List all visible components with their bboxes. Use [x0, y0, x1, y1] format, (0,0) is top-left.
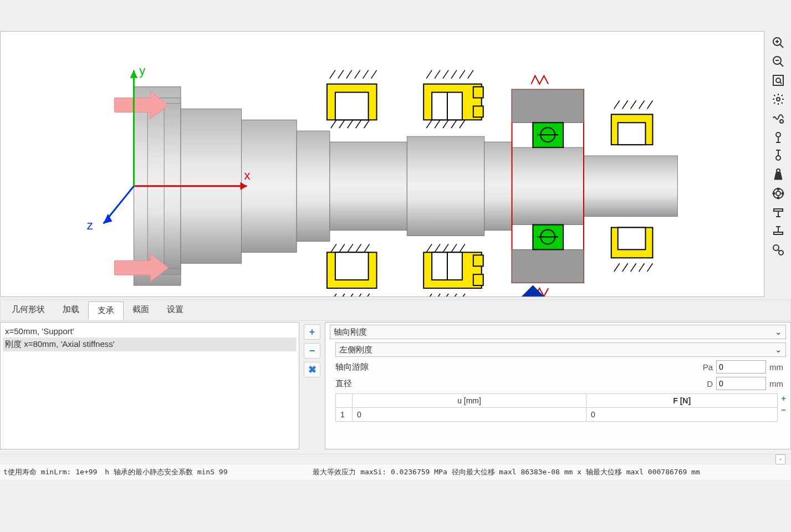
- svg-point-120: [777, 169, 780, 172]
- add-button[interactable]: +: [304, 324, 320, 340]
- svg-line-89: [647, 263, 653, 272]
- field-label: 直径: [335, 378, 693, 389]
- stiffness-type-combo[interactable]: 轴向刚度 ⌄: [330, 325, 786, 339]
- status-bar: t使用寿命 minLrm: 1e+99 h 轴承的最小静态安全系数 minS 9…: [0, 465, 791, 479]
- wave-icon[interactable]: [769, 111, 788, 125]
- svg-line-87: [631, 263, 636, 272]
- field-symbol: D: [696, 379, 713, 388]
- svg-line-43: [371, 70, 377, 79]
- delete-button[interactable]: ✖: [304, 362, 320, 377]
- list-item[interactable]: x=50mm, 'Support': [3, 325, 297, 337]
- run-icon[interactable]: [769, 243, 788, 257]
- svg-rect-37: [618, 228, 646, 250]
- support-top-icon[interactable]: [769, 205, 788, 219]
- svg-line-85: [614, 263, 620, 272]
- svg-line-78: [451, 294, 457, 296]
- svg-line-59: [426, 70, 432, 79]
- svg-line-60: [435, 70, 440, 79]
- tab-settings[interactable]: 设置: [158, 301, 192, 319]
- svg-line-52: [356, 244, 361, 252]
- field-unit: mm: [769, 362, 786, 372]
- gear-icon[interactable]: [769, 92, 788, 106]
- svg-line-64: [468, 70, 473, 79]
- stiffness-table-area: u [mm] F [N] 1 0 0 + −: [335, 393, 786, 422]
- svg-rect-14: [335, 252, 369, 280]
- properties-panel: 轴向刚度 ⌄ 左侧刚度 ⌄ 轴向游隙 Pa mm 直径 D mm u [mm] …: [325, 322, 791, 449]
- svg-rect-24: [473, 274, 483, 285]
- svg-rect-130: [774, 232, 783, 234]
- scale-top-icon[interactable]: [769, 130, 788, 144]
- svg-line-55: [339, 294, 345, 296]
- svg-rect-23: [473, 255, 483, 266]
- list-item[interactable]: 刚度 x=80mm, 'Axial stiffness': [3, 337, 297, 351]
- table-row[interactable]: 1 0 0: [336, 408, 778, 422]
- svg-line-66: [435, 120, 440, 128]
- zoom-fit-icon[interactable]: [769, 73, 788, 88]
- scale-bottom-icon[interactable]: [769, 149, 788, 163]
- combo-label: 轴向刚度: [334, 327, 367, 337]
- zoom-in-icon[interactable]: [769, 35, 788, 50]
- collapse-toggle[interactable]: ▫: [775, 454, 785, 464]
- status-text: t使用寿命 minLrm: 1e+99: [3, 468, 97, 476]
- shaft-viewport[interactable]: x y z: [0, 31, 764, 297]
- remove-row-button[interactable]: −: [781, 405, 786, 415]
- svg-rect-4: [242, 120, 297, 252]
- svg-line-56: [348, 294, 353, 296]
- svg-rect-12: [335, 93, 369, 120]
- svg-line-40: [346, 70, 352, 79]
- remove-button[interactable]: −: [304, 343, 320, 359]
- svg-line-65: [426, 120, 432, 128]
- svg-text:x: x: [244, 168, 251, 182]
- bottom-tabs: 几何形状 加载 支承 截面 设置: [0, 299, 791, 321]
- diameter-input[interactable]: [716, 377, 766, 390]
- list-controls: + − ✖: [303, 322, 321, 449]
- svg-rect-21: [473, 87, 483, 98]
- svg-rect-9: [512, 147, 584, 224]
- col-f: F [N]: [586, 394, 778, 408]
- col-u: u [mm]: [353, 394, 586, 408]
- svg-line-88: [639, 263, 645, 272]
- svg-line-63: [460, 70, 465, 79]
- tab-section[interactable]: 截面: [124, 301, 158, 319]
- svg-point-123: [778, 188, 779, 190]
- svg-point-134: [779, 250, 783, 255]
- add-row-button[interactable]: +: [781, 393, 786, 403]
- tab-geometry[interactable]: 几何形状: [3, 301, 54, 319]
- svg-line-82: [631, 100, 636, 109]
- svg-line-45: [339, 120, 345, 128]
- svg-line-67: [443, 120, 448, 128]
- svg-line-57: [356, 294, 361, 296]
- svg-point-126: [782, 193, 784, 195]
- svg-rect-5: [297, 131, 330, 241]
- svg-rect-35: [618, 122, 646, 145]
- zoom-out-icon[interactable]: [769, 54, 788, 69]
- svg-point-113: [780, 120, 783, 123]
- tab-load[interactable]: 加载: [54, 301, 88, 319]
- svg-rect-27: [512, 249, 584, 283]
- axial-clearance-input[interactable]: [716, 360, 766, 374]
- svg-line-74: [460, 244, 465, 252]
- svg-line-80: [614, 100, 620, 109]
- svg-line-62: [451, 70, 457, 79]
- support-panel: x=50mm, 'Support' 刚度 x=80mm, 'Axial stif…: [0, 322, 791, 449]
- stiffness-table[interactable]: u [mm] F [N] 1 0 0: [335, 393, 778, 422]
- svg-line-76: [435, 294, 440, 296]
- title-bar-gap: [0, 0, 791, 31]
- tab-support[interactable]: 支承: [88, 301, 124, 320]
- support-list[interactable]: x=50mm, 'Support' 刚度 x=80mm, 'Axial stif…: [0, 322, 299, 449]
- bearing-icon[interactable]: [769, 186, 788, 201]
- svg-line-77: [443, 294, 448, 296]
- viewport-toolbar: [766, 31, 791, 297]
- support-bottom-icon[interactable]: [769, 224, 788, 238]
- svg-line-54: [331, 294, 336, 296]
- svg-line-51: [348, 244, 353, 252]
- side-combo[interactable]: 左侧刚度 ⌄: [335, 342, 786, 357]
- svg-rect-109: [773, 75, 783, 85]
- svg-point-125: [773, 193, 775, 195]
- svg-rect-22: [473, 106, 483, 117]
- svg-line-75: [426, 294, 432, 296]
- weight-icon[interactable]: [769, 167, 788, 182]
- svg-rect-8: [484, 142, 512, 230]
- svg-line-46: [348, 120, 353, 128]
- svg-line-61: [443, 70, 448, 79]
